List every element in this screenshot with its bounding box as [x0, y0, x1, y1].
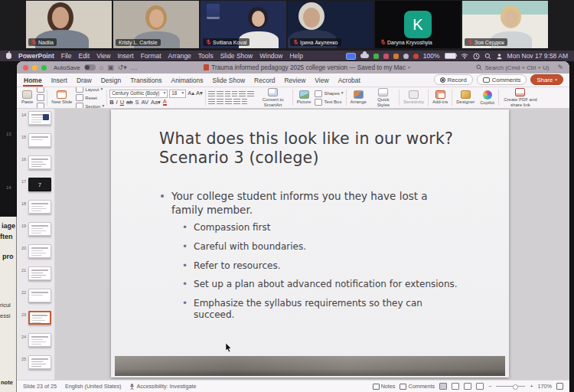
slide-thumbnail[interactable] — [28, 355, 51, 369]
tab-draw[interactable]: Draw — [76, 75, 93, 87]
align-left-button[interactable] — [208, 99, 215, 105]
menubar-clock[interactable]: Mon Nov 17 9:58 AM — [507, 52, 568, 60]
slide-thumbnail[interactable] — [28, 133, 51, 147]
zoom-percentage[interactable]: 170% — [538, 383, 552, 390]
text-box-button[interactable]: Text Box — [315, 99, 343, 106]
strikethrough-button[interactable]: ab — [126, 100, 132, 106]
character-spacing-button[interactable]: AV — [141, 100, 148, 106]
italic-button[interactable]: I — [116, 100, 118, 106]
apple-icon[interactable] — [6, 53, 11, 59]
decrease-indent-button[interactable] — [225, 91, 230, 97]
bold-button[interactable]: B — [109, 100, 113, 106]
justify-button[interactable] — [233, 99, 240, 105]
columns-button[interactable] — [242, 99, 247, 105]
undo-icon[interactable]: ↺▾ — [118, 64, 127, 71]
slide-thumbnail[interactable] — [28, 155, 51, 169]
menubar-menu-item[interactable]: File — [61, 52, 72, 60]
numbering-button[interactable] — [217, 91, 223, 97]
shapes-button[interactable]: Shapes▾ — [315, 90, 343, 97]
cut-button[interactable] — [37, 87, 44, 93]
share-button[interactable]: Share ▾ — [530, 74, 563, 85]
screen-share-icon[interactable] — [346, 53, 356, 60]
user-switch-icon[interactable] — [496, 53, 503, 60]
accessibility-status[interactable]: Accessibility: Investigate — [129, 383, 196, 390]
font-size-select[interactable]: 18▾ — [169, 90, 186, 98]
increase-indent-button[interactable] — [232, 91, 237, 97]
menubar-app-name[interactable]: PowerPoint — [18, 52, 54, 60]
reading-view-button[interactable] — [464, 383, 471, 390]
slide-footer-photo[interactable] — [115, 356, 505, 376]
font-name-select[interactable]: Century Gothic (Body)▾ — [109, 90, 168, 98]
slide-thumbnail[interactable] — [28, 111, 51, 125]
comments-button[interactable]: Comments — [477, 74, 527, 85]
menubar-menu-item[interactable]: Insert — [117, 52, 133, 60]
designer-button[interactable]: Designer — [455, 90, 476, 105]
slide-thumbnail[interactable] — [28, 200, 51, 214]
menubar-menu-item[interactable]: View — [96, 52, 110, 60]
layout-button[interactable]: Layout▾ — [76, 87, 104, 93]
paste-button[interactable]: Paste — [20, 90, 34, 105]
comments-toggle-button[interactable]: Comments — [400, 383, 435, 390]
zoom-out-button[interactable]: − — [488, 383, 491, 390]
text-shadow-button[interactable]: S — [135, 100, 139, 106]
tab-transitions[interactable]: Transitions — [129, 75, 162, 87]
slide-thumbnail[interactable] — [28, 311, 51, 325]
new-slide-button[interactable]: New Slide — [50, 90, 73, 105]
slide-thumbnail[interactable] — [28, 289, 51, 302]
tab-view[interactable]: View — [314, 75, 329, 87]
format-painter-button[interactable] — [37, 103, 44, 109]
minimize-button[interactable] — [32, 65, 38, 70]
convert-smartart-button[interactable]: Convert to SmartArt — [256, 88, 290, 108]
slide-thumbnail[interactable] — [28, 266, 51, 280]
align-center-button[interactable] — [217, 99, 223, 105]
change-case-button[interactable]: Aa▾ — [151, 100, 161, 106]
quick-styles-button[interactable]: Quick Styles — [370, 88, 396, 108]
menubar-menu-item[interactable]: Edit — [78, 52, 90, 60]
language-indicator[interactable]: English (United States) — [65, 383, 122, 390]
slide-sorter-view-button[interactable] — [452, 383, 459, 390]
app-status-icon[interactable] — [383, 54, 389, 59]
normal-view-button[interactable] — [439, 383, 447, 390]
menubar-menu-item[interactable]: Tools — [198, 52, 214, 60]
slide-thumbnail[interactable] — [28, 244, 51, 258]
home-icon[interactable]: ⌂ — [99, 64, 103, 71]
line-spacing-button[interactable] — [239, 91, 246, 97]
addins-button[interactable]: Add-ins — [431, 90, 449, 105]
tab-animations[interactable]: Animations — [170, 75, 204, 87]
underline-button[interactable]: U — [120, 100, 124, 106]
tab-design[interactable]: Design — [100, 75, 122, 87]
text-direction-button[interactable] — [247, 91, 254, 97]
sensitivity-button[interactable]: Sensitivity — [402, 90, 426, 105]
close-button[interactable] — [23, 65, 28, 70]
menubar-menu-item[interactable]: Format — [141, 52, 161, 60]
zoom-slider-knob[interactable] — [513, 384, 518, 390]
picture-button[interactable]: Picture — [295, 90, 313, 105]
slideshow-button[interactable] — [476, 383, 484, 390]
search-field[interactable]: Search (Cmd + Ctrl + U) — [476, 64, 549, 71]
align-right-button[interactable] — [225, 99, 232, 105]
cloud-icon[interactable] — [360, 54, 369, 58]
save-icon[interactable]: ▣ — [107, 64, 114, 71]
tab-acrobat[interactable]: Acrobat — [338, 75, 361, 87]
tab-review[interactable]: Review — [283, 75, 306, 87]
menubar-menu-item[interactable]: Arrange — [168, 52, 191, 60]
shrink-font-button[interactable]: A▾ — [196, 90, 203, 96]
bullets-button[interactable] — [208, 91, 215, 97]
tab-home[interactable]: Home — [23, 75, 43, 87]
menubar-menu-item[interactable]: Slide Show — [220, 52, 253, 60]
spotlight-search-icon[interactable] — [484, 53, 491, 60]
notes-button[interactable]: Notes — [373, 383, 396, 390]
zoom-in-button[interactable]: + — [530, 383, 533, 390]
edit-pencil-icon[interactable]: ✎ — [557, 64, 563, 71]
zoom-window-button[interactable] — [41, 65, 47, 70]
more-icon[interactable]: … — [131, 64, 138, 71]
tab-slide-show[interactable]: Slide Show — [212, 75, 246, 87]
menubar-menu-item[interactable]: Help — [289, 52, 302, 60]
slide-thumbnail[interactable] — [28, 222, 51, 236]
copy-button[interactable] — [37, 94, 44, 101]
wifi-icon[interactable] — [461, 53, 468, 59]
app-status-icon[interactable] — [393, 54, 399, 59]
record-button[interactable]: Record — [434, 74, 473, 85]
reset-button[interactable]: Reset — [76, 94, 104, 101]
copilot-button[interactable]: Copilot — [478, 90, 496, 106]
